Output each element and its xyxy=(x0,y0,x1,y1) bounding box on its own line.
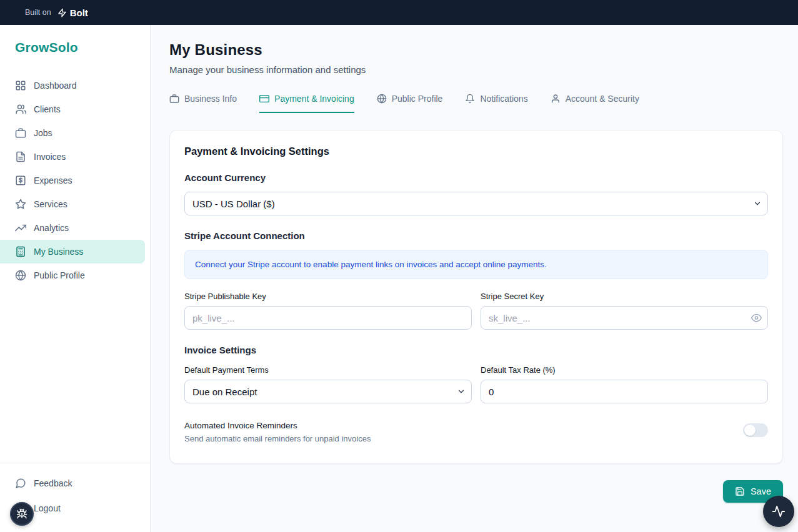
invoice-settings-heading: Invoice Settings xyxy=(184,345,768,355)
stripe-secret-label: Stripe Secret Key xyxy=(481,292,768,301)
sidebar-item-label: Public Profile xyxy=(34,270,85,280)
bug-icon xyxy=(16,508,27,520)
tab-label: Public Profile xyxy=(392,94,443,104)
tab-bar: Business Info Payment & Invoicing Public… xyxy=(169,94,783,113)
sidebar-item-label: Jobs xyxy=(34,128,52,138)
topbar: Built on Bolt xyxy=(0,0,798,25)
tax-rate-input[interactable] xyxy=(481,380,768,403)
sidebar-item-label: Clients xyxy=(34,104,61,114)
sidebar-item-label: Dashboard xyxy=(34,81,77,91)
sidebar: GrowSolo Dashboard Clients Jobs Invoices… xyxy=(0,25,151,532)
trending-up-icon xyxy=(15,222,26,234)
page-title: My Business xyxy=(169,41,783,59)
file-text-icon xyxy=(15,151,26,162)
payment-terms-field-group: Default Payment Terms Due on Receipt xyxy=(184,365,472,403)
sidebar-item-label: Services xyxy=(34,199,67,209)
save-icon xyxy=(735,486,745,496)
feedback-label: Feedback xyxy=(34,478,72,488)
tab-label: Business Info xyxy=(184,94,237,104)
tab-public-profile[interactable]: Public Profile xyxy=(377,94,443,113)
users-icon xyxy=(15,104,26,115)
tab-label: Notifications xyxy=(480,94,527,104)
reminders-description: Send automatic email reminders for unpai… xyxy=(184,434,371,443)
feedback-button[interactable]: Feedback xyxy=(0,471,150,496)
sidebar-item-clients[interactable]: Clients xyxy=(0,97,150,121)
stripe-publishable-label: Stripe Publishable Key xyxy=(184,292,472,301)
tab-notifications[interactable]: Notifications xyxy=(465,94,527,113)
sidebar-item-analytics[interactable]: Analytics xyxy=(0,216,150,240)
stripe-secret-input[interactable] xyxy=(481,306,768,330)
sidebar-item-public-profile[interactable]: Public Profile xyxy=(0,264,150,287)
currency-heading: Account Currency xyxy=(184,172,768,183)
briefcase-icon xyxy=(15,127,26,139)
bell-icon xyxy=(465,94,475,104)
sidebar-item-dashboard[interactable]: Dashboard xyxy=(0,74,150,97)
globe-icon xyxy=(15,270,26,281)
tab-label: Payment & Invoicing xyxy=(274,94,354,104)
panel-title: Payment & Invoicing Settings xyxy=(184,145,768,157)
reminders-label: Automated Invoice Reminders xyxy=(184,421,371,430)
save-label: Save xyxy=(751,486,771,496)
tab-label: Account & Security xyxy=(566,94,639,104)
sidebar-item-my-business[interactable]: My Business xyxy=(0,240,145,264)
sidebar-item-services[interactable]: Services xyxy=(0,192,150,216)
payment-terms-select[interactable]: Due on Receipt xyxy=(184,380,472,403)
activity-fab-button[interactable] xyxy=(763,496,794,527)
built-on-label: Built on xyxy=(25,8,51,17)
app-logo[interactable]: GrowSolo xyxy=(0,25,150,74)
main-content: My Business Manage your business informa… xyxy=(151,25,798,532)
credit-card-icon xyxy=(259,94,269,104)
toggle-secret-visibility-button[interactable] xyxy=(751,313,762,323)
sidebar-item-expenses[interactable]: Expenses xyxy=(0,169,150,192)
payment-terms-label: Default Payment Terms xyxy=(184,365,472,375)
grid-icon xyxy=(15,80,26,91)
bolt-logo[interactable]: Bolt xyxy=(57,7,88,18)
bolt-brand-label: Bolt xyxy=(70,7,88,18)
sidebar-item-label: My Business xyxy=(34,247,83,257)
sidebar-nav: Dashboard Clients Jobs Invoices Expenses… xyxy=(0,74,150,287)
tax-rate-field-group: Default Tax Rate (%) xyxy=(481,365,768,403)
star-icon xyxy=(15,199,26,210)
tax-rate-label: Default Tax Rate (%) xyxy=(481,365,768,375)
page-subtitle: Manage your business information and set… xyxy=(169,64,783,75)
sidebar-item-label: Analytics xyxy=(34,223,69,233)
sidebar-item-label: Invoices xyxy=(34,152,66,162)
payment-settings-panel: Payment & Invoicing Settings Account Cur… xyxy=(169,130,783,464)
tab-payment-invoicing[interactable]: Payment & Invoicing xyxy=(259,94,354,113)
stripe-publishable-input[interactable] xyxy=(184,306,472,330)
stripe-secret-field-group: Stripe Secret Key xyxy=(481,292,768,330)
stripe-heading: Stripe Account Connection xyxy=(184,230,768,241)
bolt-zap-icon xyxy=(57,8,67,17)
sidebar-item-invoices[interactable]: Invoices xyxy=(0,145,150,169)
reminders-text: Automated Invoice Reminders Send automat… xyxy=(184,421,371,443)
calculator-icon xyxy=(15,246,26,257)
stripe-publishable-field-group: Stripe Publishable Key xyxy=(184,292,472,330)
briefcase-icon xyxy=(169,94,179,104)
toggle-knob xyxy=(744,425,756,436)
bolt-badge-button[interactable] xyxy=(10,502,34,526)
dollar-square-icon xyxy=(15,175,26,186)
sidebar-item-jobs[interactable]: Jobs xyxy=(0,121,150,145)
eye-icon xyxy=(751,313,762,323)
user-icon xyxy=(551,94,561,104)
tab-account-security[interactable]: Account & Security xyxy=(551,94,639,113)
tab-business-info[interactable]: Business Info xyxy=(169,94,237,113)
reminders-toggle[interactable] xyxy=(743,423,768,437)
stripe-connect-notice: Connect your Stripe account to enable pa… xyxy=(184,250,768,279)
globe-icon xyxy=(377,94,387,104)
message-circle-icon xyxy=(15,478,26,489)
currency-select[interactable]: USD - US Dollar ($) xyxy=(184,192,768,215)
reminders-row: Automated Invoice Reminders Send automat… xyxy=(184,421,768,443)
logout-label: Logout xyxy=(34,503,61,513)
sidebar-item-label: Expenses xyxy=(34,175,72,185)
activity-icon xyxy=(772,505,786,518)
